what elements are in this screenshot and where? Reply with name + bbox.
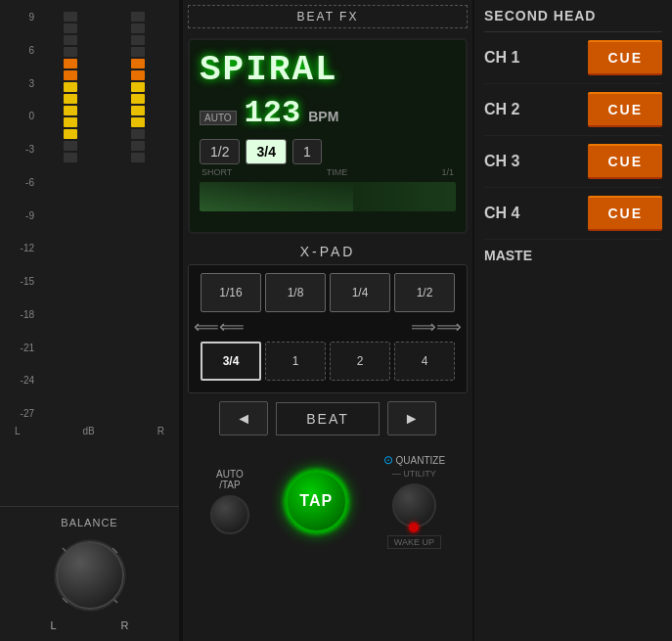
fx-bpm-value: 123: [245, 95, 301, 131]
x-pad-row-top: 1/16 1/8 1/4 1/2: [194, 273, 462, 312]
vu-db-label: dB: [83, 426, 95, 436]
seg: [64, 70, 77, 80]
balance-knob-container: [51, 536, 129, 615]
vu-label-n3: -3: [25, 144, 34, 155]
vu-bars: [39, 10, 169, 421]
fx-beat-labels: SHORT TIME 1/1: [200, 167, 456, 177]
channel-4-section: CH 4 CUE: [484, 188, 662, 240]
vu-label-n21: -21: [21, 343, 34, 353]
beat-fx-header: BEAT FX: [188, 5, 468, 28]
fx-beat-btn-3-4[interactable]: 3/4: [246, 139, 286, 164]
wake-up-label: WAKE UP: [387, 535, 441, 549]
right-panel: SECOND HEAD CH 1 CUE CH 2 CUE CH 3 CUE C…: [474, 0, 672, 641]
channel-2-label: CH 2: [484, 101, 519, 118]
x-pad-label: X-PAD: [183, 244, 472, 259]
balance-title: BALANCE: [61, 517, 117, 528]
vu-label-n18: -18: [21, 309, 34, 320]
fx-beat-btn-one[interactable]: 1: [292, 139, 322, 164]
cue-button-ch3[interactable]: CUE: [588, 144, 662, 179]
x-pad-1[interactable]: 1: [265, 342, 326, 381]
vu-label-n15: -15: [21, 276, 34, 287]
seg: [131, 129, 145, 139]
vu-label-n6: -6: [25, 177, 34, 188]
vu-label-9: 9: [28, 12, 34, 23]
seg: [131, 82, 145, 92]
vu-bar-left: [39, 12, 102, 419]
x-pad-2[interactable]: 2: [330, 342, 390, 381]
balance-lr: L R: [51, 619, 129, 631]
x-pad-3-4[interactable]: 3/4: [201, 342, 261, 381]
x-pad-1-16[interactable]: 1/16: [201, 273, 261, 312]
vu-ldr-labels: L dB R: [10, 426, 169, 436]
fx-bpm-label: BPM: [308, 109, 338, 124]
x-pad-arrow-right-icon: ⟹⟹: [328, 316, 462, 338]
master-label: MASTE: [484, 240, 662, 263]
balance-section: BALANCE L R: [0, 506, 179, 641]
seg: [131, 94, 145, 104]
cue-button-ch2[interactable]: CUE: [588, 92, 662, 127]
cue-button-ch1[interactable]: CUE: [588, 40, 662, 75]
seg: [131, 141, 145, 151]
bottom-controls: AUTO/TAP TAP ⊙ QUANTIZE — UTILITY WAKE U…: [183, 448, 472, 554]
second-head-title: SECOND HEAD: [484, 0, 662, 32]
quantize-knob[interactable]: [392, 483, 436, 527]
channel-3-section: CH 3 CUE: [484, 136, 662, 188]
cue-button-ch4[interactable]: CUE: [588, 196, 662, 231]
seg: [64, 35, 77, 45]
x-pad-4[interactable]: 4: [394, 342, 455, 381]
seg: [64, 47, 77, 57]
vu-label-n24: -24: [21, 375, 34, 386]
vu-l-label: L: [15, 426, 21, 436]
seg: [131, 70, 145, 80]
channel-1-section: CH 1 CUE: [484, 32, 662, 84]
auto-tap-knob[interactable]: [210, 495, 249, 534]
fx-beat-btn-half[interactable]: 1/2: [200, 139, 240, 164]
red-dot-indicator: [409, 523, 419, 532]
beat-controls: ◄ BEAT ►: [188, 401, 468, 435]
vu-r-label: R: [157, 426, 164, 436]
balance-knob[interactable]: [56, 541, 124, 610]
beat-next-button[interactable]: ►: [387, 401, 436, 435]
auto-tap-section: AUTO/TAP: [210, 469, 249, 534]
seg: [64, 153, 77, 162]
vu-label-3: 3: [28, 78, 34, 89]
x-pad-grid: 1/16 1/8 1/4 1/2 ⟸⟸ ⟹⟹ 3/4 1 2 4: [188, 264, 468, 393]
vu-label-n9: -9: [25, 210, 34, 221]
x-pad-1-2[interactable]: 1/2: [394, 273, 455, 312]
fx-beat-row: 1/2 3/4 1: [200, 139, 456, 164]
center-panel: BEAT FX SPIRAL AUTO 123 BPM 1/2 3/4 1 SH…: [181, 0, 474, 641]
seg: [131, 23, 145, 33]
balance-r-label: R: [121, 619, 129, 631]
fx-label-time: TIME: [327, 167, 348, 177]
vu-labels: 9 6 3 0 -3 -6 -9 -12 -15 -18 -21 -24 -27: [10, 10, 39, 421]
vu-bar-right: [108, 12, 170, 419]
seg: [64, 23, 77, 33]
beat-prev-button[interactable]: ◄: [219, 401, 268, 435]
fx-effect-name: SPIRAL: [200, 50, 456, 90]
seg: [64, 129, 77, 139]
x-pad-1-4[interactable]: 1/4: [330, 273, 390, 312]
seg: [131, 59, 145, 69]
seg: [64, 141, 77, 151]
seg: [131, 47, 145, 57]
quantize-icon: ⊙: [383, 453, 393, 467]
channel-4-label: CH 4: [484, 205, 519, 222]
auto-tap-label: AUTO/TAP: [216, 469, 244, 490]
vu-label-6: 6: [28, 45, 34, 56]
fx-label-short: SHORT: [202, 167, 232, 177]
quantize-section: ⊙ QUANTIZE — UTILITY WAKE UP: [383, 453, 446, 549]
fx-display: SPIRAL AUTO 123 BPM 1/2 3/4 1 SHORT TIME…: [188, 38, 468, 234]
x-pad-arrow-left-icon: ⟸⟸: [194, 316, 328, 338]
seg: [64, 59, 77, 69]
beat-label-button: BEAT: [276, 402, 380, 435]
vu-meter-section: 9 6 3 0 -3 -6 -9 -12 -15 -18 -21 -24 -27: [0, 0, 179, 501]
vu-label-n12: -12: [21, 243, 34, 253]
tap-button[interactable]: TAP: [285, 470, 348, 533]
fx-graph: [200, 182, 456, 211]
seg: [131, 153, 145, 162]
seg: [64, 12, 77, 22]
seg: [64, 106, 77, 115]
balance-l-label: L: [51, 619, 57, 631]
x-pad-1-8[interactable]: 1/8: [265, 273, 326, 312]
seg: [64, 94, 77, 104]
